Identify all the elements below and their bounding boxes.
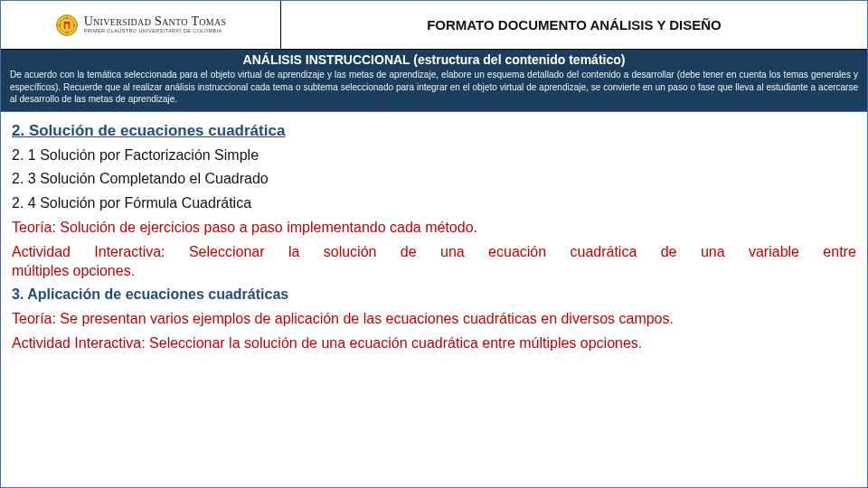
w: variable [749,243,799,262]
svg-rect-7 [65,23,68,29]
w: Seleccionar [189,243,265,262]
university-emblem-icon [55,14,79,37]
w: entre [823,243,855,262]
section-3-theory: Teoría: Se presentan varios ejemplos de … [12,310,856,329]
band-title: ANÁLISIS INSTRUCCIONAL (estructura del c… [10,52,858,67]
section-band: ANÁLISIS INSTRUCCIONAL (estructura del c… [1,50,867,112]
section-2-item-1: 2. 1 Solución por Factorización Simple [12,146,856,165]
w: cuadrática [571,243,637,262]
header-row: Universidad Santo Tomas Primer claustro … [1,1,867,50]
section-3-activity: Actividad Interactiva: Seleccionar la so… [12,334,856,353]
content-body: 2. Solución de ecuaciones cuadrática 2. … [1,112,867,488]
band-description: De acuerdo con la temática seleccionada … [10,69,858,106]
w: de [661,243,677,262]
university-text-block: Universidad Santo Tomas Primer claustro … [84,15,227,33]
section-2-activity-line2: múltiples opciones. [12,262,856,281]
section-2-activity-line1: Actividad Interactiva: Seleccionar la so… [12,243,856,262]
university-name: Universidad Santo Tomas [84,15,227,29]
section-2-item-2: 2. 3 Solución Completando el Cuadrado [12,170,856,189]
w: la [288,243,299,262]
section-2-activity: Actividad Interactiva: Seleccionar la so… [12,243,856,281]
w: una [440,243,465,262]
document-title: FORMATO DOCUMENTO ANÁLISIS Y DISEÑO [281,1,867,49]
document-page: Universidad Santo Tomas Primer claustro … [0,0,868,488]
university-subtitle: Primer claustro universitario de Colombi… [84,29,227,34]
w: ecuación [488,243,546,262]
w: una [701,243,725,262]
w: de [401,243,417,262]
w: solución [324,243,377,262]
section-3-title: 3. Aplicación de ecuaciones cuadráticas [12,286,856,305]
w: Actividad [12,243,71,262]
section-2-title: 2. Solución de ecuaciones cuadrática [12,121,856,141]
w: Interactiva: [94,243,165,262]
section-2-item-3: 2. 4 Solución por Fórmula Cuadrática [12,194,856,213]
section-2-theory: Teoría: Solución de ejercicios paso a pa… [12,219,856,238]
header-logo-cell: Universidad Santo Tomas Primer claustro … [1,1,281,49]
